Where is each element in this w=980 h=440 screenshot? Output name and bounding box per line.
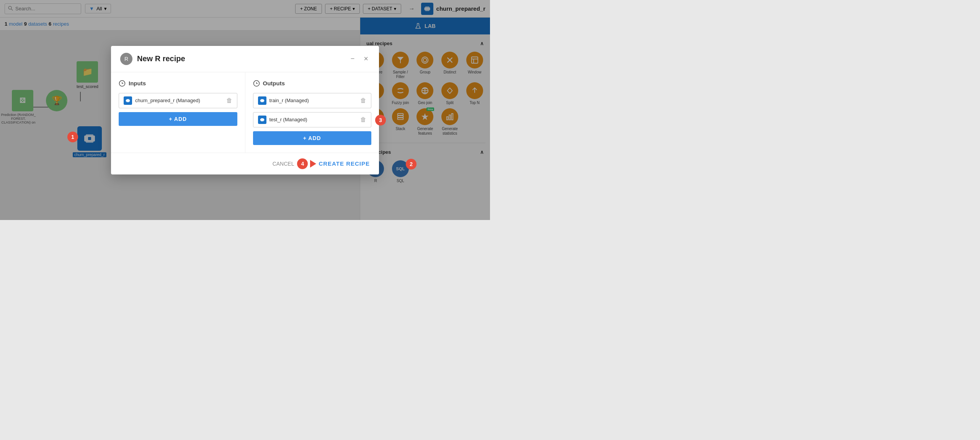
svg-rect-47 bbox=[127, 101, 129, 102]
svg-rect-50 bbox=[261, 99, 263, 99]
svg-rect-45 bbox=[126, 99, 130, 101]
outputs-icon bbox=[253, 80, 260, 87]
footer-actions: CANCEL 4 CREATE RECIPE bbox=[273, 158, 370, 169]
svg-rect-51 bbox=[261, 101, 263, 102]
create-recipe-wrapper: 4 CREATE RECIPE bbox=[297, 158, 370, 169]
cancel-button[interactable]: CANCEL bbox=[273, 161, 294, 167]
inputs-icon bbox=[119, 80, 126, 87]
svg-rect-49 bbox=[260, 99, 264, 101]
svg-rect-54 bbox=[261, 121, 263, 121]
input-item-icon bbox=[124, 96, 132, 105]
step-3-badge: 3 bbox=[375, 115, 386, 125]
modal-r-icon: R bbox=[124, 56, 128, 62]
new-r-recipe-modal: 3 R New R recipe − × Inputs bbox=[111, 46, 379, 174]
input-delete-button[interactable]: 🗑 bbox=[226, 97, 232, 104]
modal-body: Inputs churn_prepared_r (Managed) 🗑 + AD… bbox=[111, 72, 379, 153]
inputs-column: Inputs churn_prepared_r (Managed) 🗑 + AD… bbox=[111, 72, 245, 153]
output-item-icon-1 bbox=[258, 96, 266, 105]
step-4-arrow bbox=[310, 160, 316, 168]
output-delete-button-2[interactable]: 🗑 bbox=[360, 116, 366, 123]
output-item-icon-2 bbox=[258, 116, 266, 124]
modal-title: New R recipe bbox=[137, 54, 345, 63]
step-2-badge: 2 bbox=[406, 159, 416, 169]
create-recipe-button[interactable]: CREATE RECIPE bbox=[318, 160, 370, 167]
modal-header: R New R recipe − × bbox=[111, 46, 379, 72]
outputs-title: Outputs bbox=[253, 80, 372, 87]
output-delete-button-1[interactable]: 🗑 bbox=[360, 97, 366, 104]
input-item-churn: churn_prepared_r (Managed) 🗑 bbox=[119, 93, 237, 108]
modal-overlay: 3 R New R recipe − × Inputs bbox=[0, 0, 490, 220]
svg-rect-46 bbox=[127, 99, 129, 99]
inputs-title: Inputs bbox=[119, 80, 237, 87]
output-item-label-1: train_r (Managed) bbox=[270, 98, 358, 103]
outputs-column: Outputs train_r (Managed) 🗑 test_r (Mana… bbox=[245, 72, 379, 153]
output-item-train: train_r (Managed) 🗑 bbox=[253, 93, 372, 108]
modal-close-button[interactable]: × bbox=[362, 53, 370, 65]
add-output-button[interactable]: + ADD bbox=[253, 131, 372, 145]
svg-rect-53 bbox=[261, 118, 263, 119]
svg-rect-52 bbox=[260, 119, 264, 121]
step-4-badge: 4 bbox=[297, 158, 308, 169]
step-1-badge: 1 bbox=[67, 132, 78, 142]
modal-minimize-button[interactable]: − bbox=[349, 53, 356, 64]
modal-header-icon: R bbox=[120, 53, 132, 65]
input-item-label: churn_prepared_r (Managed) bbox=[135, 98, 223, 103]
output-item-label-2: test_r (Managed) bbox=[270, 117, 358, 122]
output-item-test: test_r (Managed) 🗑 bbox=[253, 112, 372, 127]
add-input-button[interactable]: + ADD bbox=[119, 112, 237, 126]
modal-footer: CANCEL 4 CREATE RECIPE bbox=[111, 153, 379, 174]
